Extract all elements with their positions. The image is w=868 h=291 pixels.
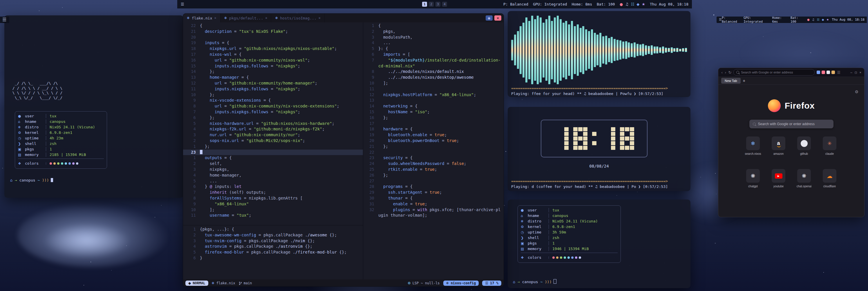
code-line[interactable]: 11 username = "tux"; [183, 212, 363, 219]
tab-close-icon[interactable]: × [318, 16, 320, 20]
workspace-button-4[interactable]: 4 [442, 2, 447, 7]
code-line[interactable]: 22{ [183, 23, 363, 29]
shortcut-tile-claude[interactable]: ✳claude [817, 137, 842, 169]
code-line[interactable]: 12 url = "github:nix-community/home-mana… [183, 81, 363, 86]
code-line[interactable]: 6 } @ inputs: let [183, 184, 363, 190]
menu-icon[interactable]: ☰ [2, 17, 6, 22]
refresh-button[interactable]: ↻ [728, 70, 731, 75]
shell-prompt[interactable]: ⌂ → canopus ~ ))) [10, 178, 53, 182]
shortcut-tile-chatgpt[interactable]: ❋chatgpt [740, 169, 766, 202]
code-line[interactable]: 15 hostName = "iso"; [363, 109, 504, 115]
code-line[interactable]: 4 nixpkgs-f2k.url = "github:moni-dz/nixp… [183, 126, 363, 132]
tab-hosts-isoimage[interactable]: ❄ hosts/isoImag... × [271, 13, 324, 22]
buffer-close-button[interactable]: × [494, 16, 501, 21]
code-line[interactable]: 26 }; [363, 173, 504, 178]
code-line[interactable]: 12 nixpkgs.hostPlatform = "x86_64-linux"… [363, 92, 504, 98]
notification-icon[interactable]: ★ [642, 2, 645, 6]
code-line[interactable]: 3 tux-nvim-config = pkgs.callPackage ./n… [183, 238, 363, 244]
code-line[interactable]: 1 outputs = { [183, 155, 363, 161]
bar-clock[interactable]: Thu Aug 08, 18:18 [832, 18, 865, 22]
code-line[interactable]: 17 [363, 121, 504, 127]
music-icon[interactable]: ♫ [812, 18, 815, 21]
back-button[interactable]: ‹ [721, 70, 723, 75]
record-icon[interactable]: ● [620, 2, 623, 6]
code-line[interactable]: 13 home-manager = { [183, 75, 363, 81]
notification-icon[interactable]: ★ [826, 18, 829, 21]
code-line[interactable]: 6 }; [183, 115, 363, 121]
new-tab-button[interactable]: + [743, 79, 745, 83]
code-line[interactable]: 10 ]; [183, 207, 363, 213]
code-line[interactable]: 21 description = "tux's NixOS Flake"; [183, 29, 363, 34]
code-line[interactable]: 32 plugins = with pkgs.xfce; [thunar-arc… [363, 207, 504, 219]
code-line[interactable]: 30 thunar = { [363, 196, 504, 201]
code-line[interactable]: 6} [183, 255, 363, 261]
code-line[interactable]: 21 }; [363, 144, 504, 150]
code-line[interactable]: 5}: { [363, 46, 504, 52]
shortcut-tile-github[interactable]: github [792, 137, 817, 169]
code-line[interactable]: 8 url = "github:nix-community/nix-vscode… [183, 104, 363, 109]
shortcut-tile-search-nixos[interactable]: ❄search.nixos [740, 137, 766, 169]
maximize-button[interactable]: □ [855, 70, 857, 74]
code-line[interactable]: 11 [363, 86, 504, 92]
record-icon[interactable]: ● [807, 18, 810, 21]
code-line[interactable]: 7 inherit (self) outputs; [183, 190, 363, 196]
code-line[interactable]: 10 ]; [363, 81, 504, 86]
code-line[interactable]: 1{ [363, 23, 504, 29]
shortcut-tile-youtube[interactable]: ▶youtube [766, 169, 792, 202]
code-line[interactable]: 4 home-manager, [183, 173, 363, 178]
bar-clock[interactable]: Thu Aug 08, 18:18 [650, 2, 688, 6]
tab-flake-nix[interactable]: ❄ flake.nix × [183, 13, 220, 22]
code-line[interactable]: 5 ... [183, 178, 363, 184]
code-line[interactable]: 11 inputs.nixpkgs.follows = "nixpkgs"; [183, 86, 363, 92]
code-line[interactable]: 19 inputs = { [183, 40, 363, 46]
code-line[interactable]: 24 sudo.wheelNeedsPassword = false; [363, 161, 504, 167]
bluetooth-icon[interactable]: ◆ [822, 18, 824, 21]
code-line[interactable]: 22 [363, 150, 504, 155]
code-line[interactable]: 3 modulesPath, [363, 34, 504, 40]
code-line[interactable]: 1{pkgs, ...}: { [183, 227, 363, 232]
code-line[interactable]: 8 ../../modules/nixos/default.nix [363, 69, 504, 75]
shell-prompt[interactable]: ⌂ → canopus ~ ))) [513, 279, 556, 284]
code-line[interactable]: 29 ssh.startAgent = true; [363, 190, 504, 196]
menu-icon[interactable]: ☰ [181, 2, 184, 6]
code-line[interactable]: 20 bluetooth.powerOnBoot = true; [363, 138, 504, 144]
code-line[interactable]: 3 nur.url = "github:nix-community/nur"; [183, 132, 363, 138]
shortcut-tile-amazon[interactable]: aamazon [766, 137, 792, 169]
code-line[interactable]: 15 inputs.nixpkgs.follows = "nixpkgs"; [183, 63, 363, 69]
code-line[interactable]: 28 programs = { [363, 184, 504, 190]
forward-button[interactable]: › [725, 70, 726, 75]
code-line[interactable]: 17 nixos-wsl = { [183, 52, 363, 58]
music-icon[interactable]: ♫ [625, 2, 629, 6]
home-search-input[interactable]: Search with Google or enter address [749, 120, 834, 128]
extension-yellow-icon[interactable] [832, 70, 835, 74]
code-line[interactable]: 8 forAllSystems = nixpkgs.lib.genAttrs [ [183, 196, 363, 201]
code-line[interactable]: 1 }; [183, 144, 363, 150]
extension-blue-icon[interactable] [817, 70, 820, 74]
code-line[interactable]: 2 self, [183, 161, 363, 167]
code-line[interactable]: 5 firefox-mod-blur = pkgs.callPackage ./… [183, 250, 363, 255]
code-line[interactable]: 25 rtkit.enable = true; [363, 167, 504, 173]
code-line[interactable]: 19 bluetooth.enable = true; [363, 132, 504, 138]
code-line[interactable]: 9 nix-vscode-extensions = { [183, 97, 363, 104]
workspace-button-1[interactable]: 1 [422, 2, 427, 7]
minimize-button[interactable]: — [850, 70, 852, 74]
workspace-button-3[interactable]: 3 [435, 2, 440, 7]
code-line[interactable]: 7 inputs.nixpkgs.follows = "nixpkgs"; [183, 109, 363, 115]
close-button[interactable]: × [859, 70, 861, 74]
code-line[interactable]: 4 ... [363, 40, 504, 46]
extension-white-icon[interactable] [827, 70, 830, 74]
code-line[interactable]: 23 security = { [363, 155, 504, 161]
code-line[interactable]: 2 sops-nix.url = "github:Mic92/sops-nix"… [183, 138, 363, 144]
code-line[interactable]: 4 astronvim = pkgs.callPackage ./astronv… [183, 244, 363, 250]
code-line[interactable]: 7 "${modulesPath}/installer/cd-dvd/insta… [363, 58, 504, 69]
code-line[interactable]: 9 "x86_64-linux" [183, 201, 363, 207]
code-line[interactable]: 10 }; [183, 92, 363, 98]
code-line[interactable]: 27 [363, 178, 504, 184]
code-line[interactable]: 5 nixos-hardware.url = "github:nixos/nix… [183, 121, 363, 127]
tab-close-icon[interactable]: × [265, 16, 267, 20]
code-line[interactable]: 16 }; [363, 115, 504, 121]
workspace-button-2[interactable]: 2 [429, 2, 434, 7]
code-line[interactable]: 2 tux-awesome-wm-config = pkgs.callPacka… [183, 232, 363, 238]
buffer-pkgs-default-nix[interactable]: 1{pkgs, ...}: {2 tux-awesome-wm-config =… [183, 225, 363, 280]
code-line[interactable]: 18 nixpkgs.url = "github:nixos/nixpkgs/n… [183, 46, 363, 52]
